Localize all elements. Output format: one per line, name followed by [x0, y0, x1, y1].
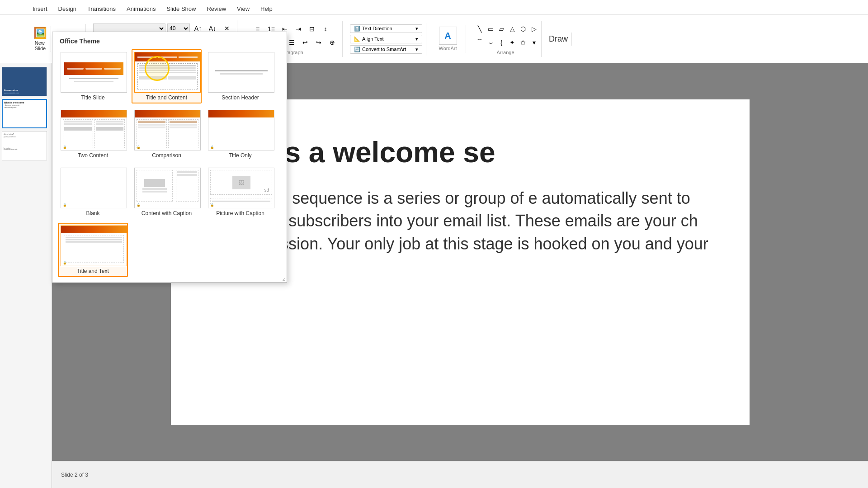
- justify-button[interactable]: ☰: [285, 36, 298, 49]
- draw-label: Draw: [549, 34, 568, 44]
- layout-popup-title: Office Theme: [58, 38, 281, 45]
- slides-panel: Presentation www.example.com What is a w…: [0, 63, 52, 488]
- layout-label-picture-caption: Picture with Caption: [208, 210, 273, 216]
- layout-item-picture-caption[interactable]: 🖼 sd 🔒 Picture with Caption: [205, 165, 275, 219]
- layout-thumb-title-slide: [61, 52, 127, 93]
- align-text-label: Align Text: [362, 36, 384, 42]
- layout-label-blank: Blank: [61, 210, 125, 216]
- line-spacing-button[interactable]: ↕: [319, 23, 332, 35]
- wordart-button[interactable]: A: [439, 27, 457, 45]
- rtl-button[interactable]: ↩: [299, 36, 311, 49]
- arrange-btn-6[interactable]: ▷: [528, 23, 540, 35]
- increase-indent-button[interactable]: ⇥: [292, 23, 305, 35]
- draw-section: Draw: [545, 33, 572, 46]
- ltr-button[interactable]: ↪: [312, 36, 325, 49]
- layout-item-content-caption[interactable]: 🔒 Content with Caption: [132, 165, 202, 219]
- tab-review[interactable]: Review: [201, 4, 231, 14]
- layout-label-title-slide: Title Slide: [61, 94, 125, 101]
- tab-insert[interactable]: Insert: [27, 4, 53, 14]
- layout-thumb-two-content: 🔒: [61, 110, 127, 150]
- arrange-group: ╲ ▭ ▱ △ ⬡ ▷ ⌒ ⌣ { ✦ ✩ ▾ Arrange: [470, 21, 542, 57]
- tab-design[interactable]: Design: [53, 4, 82, 14]
- layout-thumb-title-text: 🔒: [61, 225, 127, 266]
- layout-thumb-title-only: 🔒: [208, 110, 274, 150]
- layout-thumb-content-caption: 🔒: [134, 168, 201, 208]
- layout-item-two-content[interactable]: 🔒 Two Content: [58, 107, 128, 161]
- tab-help[interactable]: Help: [255, 4, 278, 14]
- layout-thumb-blank: 🔒: [61, 168, 127, 208]
- layout-label-section-header: Section Header: [208, 94, 273, 101]
- tab-transitions[interactable]: Transitions: [82, 4, 121, 14]
- add-smartart-button[interactable]: ⊕: [326, 36, 339, 49]
- layout-item-section-header[interactable]: Section Header: [205, 49, 275, 103]
- slide-thumb-3[interactable]: doing today? growing sales funnel be doi…: [2, 131, 47, 160]
- arrange-btn-12[interactable]: ▾: [528, 36, 540, 49]
- wordart-group: A WordArt: [430, 25, 466, 53]
- layout-label-comparison: Comparison: [134, 152, 199, 159]
- layout-label-title-only: Title Only: [208, 152, 273, 159]
- ribbon-tab-row: Insert Design Transitions Animations Sli…: [0, 0, 868, 14]
- columns-button[interactable]: ⊟: [306, 23, 318, 35]
- new-slide-icon: 🖼️: [33, 27, 47, 39]
- text-direction-icon: ⬆️: [354, 26, 360, 32]
- slide-thumb-1[interactable]: Presentation www.example.com: [2, 67, 47, 96]
- wordart-label: WordArt: [439, 46, 457, 51]
- layout-item-comparison[interactable]: 🔒 Comparison: [132, 107, 202, 161]
- status-text: Slide 2 of 3: [61, 472, 88, 478]
- convert-smartart-button[interactable]: 🔄 Convert to SmartArt ▾: [350, 45, 422, 54]
- new-slide-label: NewSlide: [35, 40, 46, 51]
- tab-animations[interactable]: Animations: [121, 4, 161, 14]
- layout-label-title-content: Title and Content: [134, 94, 199, 101]
- layout-item-blank[interactable]: 🔒 Blank: [58, 165, 128, 219]
- slide-thumb-2[interactable]: What is a welcome • A welcome sequence i…: [2, 99, 47, 128]
- tab-view[interactable]: View: [231, 4, 255, 14]
- convert-smartart-arrow[interactable]: ▾: [415, 47, 418, 52]
- layout-thumb-section-header: [208, 52, 274, 93]
- layout-label-two-content: Two Content: [61, 152, 125, 159]
- layout-item-title-only[interactable]: 🔒 Title Only: [205, 107, 275, 161]
- arrange-section-label: Arrange: [496, 50, 514, 55]
- tab-slideshow[interactable]: Slide Show: [161, 4, 201, 14]
- text-direction-label: Text Direction: [362, 26, 392, 31]
- convert-smartart-icon: 🔄: [354, 47, 360, 52]
- layout-item-title-text[interactable]: 🔒 Title and Text: [58, 223, 128, 277]
- layout-thumb-picture-caption: 🖼 sd 🔒: [208, 168, 274, 208]
- layout-label-content-caption: Content with Caption: [134, 210, 199, 216]
- status-bar: Slide 2 of 3: [52, 461, 868, 488]
- layout-item-title-slide[interactable]: Title Slide: [58, 49, 128, 103]
- layout-label-title-text: Title and Text: [61, 268, 125, 274]
- layout-thumb-comparison: 🔒: [134, 110, 201, 150]
- align-text-arrow[interactable]: ▾: [415, 36, 418, 42]
- align-text-icon: 📐: [354, 36, 360, 42]
- text-direction-button[interactable]: ⬆️ Text Direction ▾: [350, 24, 422, 33]
- layout-grid: Title Slide: [58, 49, 281, 277]
- convert-smartart-label: Convert to SmartArt: [362, 47, 406, 52]
- text-group: ⬆️ Text Direction ▾ 📐 Align Text ▾ 🔄 Con…: [346, 23, 426, 56]
- align-text-button[interactable]: 📐 Align Text ▾: [350, 35, 422, 43]
- new-slide-button[interactable]: 🖼️ NewSlide: [31, 26, 51, 52]
- text-direction-arrow[interactable]: ▾: [415, 26, 418, 32]
- layout-popup: Office Theme Title Slide: [52, 32, 287, 283]
- layout-item-title-content[interactable]: Title and Content: [132, 49, 202, 103]
- layout-thumb-title-content: [134, 52, 201, 93]
- popup-resize-handle[interactable]: ⊿: [282, 277, 286, 282]
